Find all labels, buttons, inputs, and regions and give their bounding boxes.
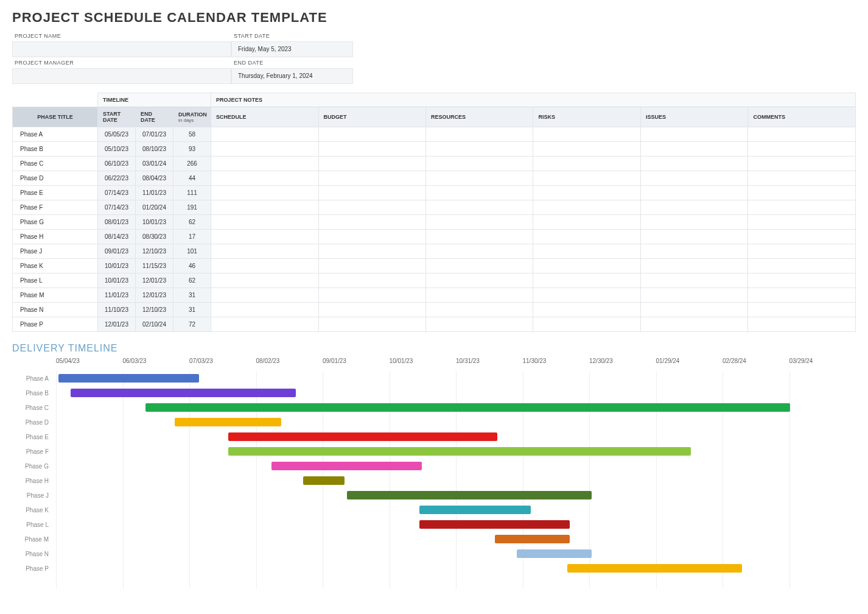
cell-issues[interactable] — [640, 317, 747, 332]
cell-comments[interactable] — [748, 215, 856, 230]
cell-resources[interactable] — [426, 273, 533, 288]
cell-issues[interactable] — [640, 273, 747, 288]
end-date-field[interactable]: Thursday, February 1, 2024 — [231, 68, 353, 84]
cell-end[interactable]: 08/04/23 — [136, 171, 173, 186]
cell-start[interactable]: 11/10/23 — [98, 303, 136, 317]
cell-comments[interactable] — [748, 157, 856, 171]
cell-resources[interactable] — [426, 317, 533, 332]
cell-start[interactable]: 05/10/23 — [98, 142, 136, 157]
cell-end[interactable]: 03/01/24 — [136, 157, 173, 171]
cell-resources[interactable] — [426, 259, 533, 273]
table-row[interactable]: Phase P12/01/2302/10/2472 — [13, 317, 856, 332]
cell-comments[interactable] — [748, 171, 856, 186]
cell-end[interactable]: 11/01/23 — [136, 186, 173, 200]
cell-phase[interactable]: Phase P — [13, 317, 98, 332]
table-row[interactable]: Phase M11/01/2312/01/2331 — [13, 288, 856, 303]
table-row[interactable]: Phase L10/01/2312/01/2362 — [13, 273, 856, 288]
cell-budget[interactable] — [318, 317, 425, 332]
cell-issues[interactable] — [640, 259, 747, 273]
cell-comments[interactable] — [748, 288, 856, 303]
cell-schedule[interactable] — [211, 259, 318, 273]
cell-resources[interactable] — [426, 288, 533, 303]
table-row[interactable]: Phase K10/01/2311/15/2346 — [13, 259, 856, 273]
cell-resources[interactable] — [426, 303, 533, 317]
cell-risks[interactable] — [533, 186, 640, 200]
cell-phase[interactable]: Phase A — [13, 127, 98, 142]
cell-budget[interactable] — [318, 200, 425, 215]
table-row[interactable]: Phase A05/05/2307/01/2358 — [13, 127, 856, 142]
cell-budget[interactable] — [318, 259, 425, 273]
cell-start[interactable]: 10/01/23 — [98, 259, 136, 273]
cell-resources[interactable] — [426, 200, 533, 215]
cell-risks[interactable] — [533, 317, 640, 332]
cell-resources[interactable] — [426, 157, 533, 171]
cell-phase[interactable]: Phase K — [13, 259, 98, 273]
cell-resources[interactable] — [426, 215, 533, 230]
start-date-field[interactable]: Friday, May 5, 2023 — [231, 41, 353, 57]
cell-risks[interactable] — [533, 273, 640, 288]
cell-schedule[interactable] — [211, 317, 318, 332]
cell-duration[interactable]: 62 — [173, 215, 211, 230]
cell-phase[interactable]: Phase D — [13, 171, 98, 186]
cell-phase[interactable]: Phase L — [13, 273, 98, 288]
project-manager-field[interactable] — [12, 68, 231, 84]
cell-duration[interactable]: 31 — [173, 303, 211, 317]
cell-risks[interactable] — [533, 215, 640, 230]
cell-start[interactable]: 10/01/23 — [98, 273, 136, 288]
cell-budget[interactable] — [318, 127, 425, 142]
project-name-field[interactable] — [12, 41, 231, 57]
cell-schedule[interactable] — [211, 200, 318, 215]
cell-risks[interactable] — [533, 230, 640, 244]
cell-end[interactable]: 11/15/23 — [136, 259, 173, 273]
cell-schedule[interactable] — [211, 244, 318, 259]
cell-end[interactable]: 01/20/24 — [136, 200, 173, 215]
cell-schedule[interactable] — [211, 186, 318, 200]
cell-start[interactable]: 12/01/23 — [98, 317, 136, 332]
cell-phase[interactable]: Phase E — [13, 186, 98, 200]
cell-start[interactable]: 11/01/23 — [98, 288, 136, 303]
cell-issues[interactable] — [640, 230, 747, 244]
cell-start[interactable]: 06/10/23 — [98, 157, 136, 171]
cell-comments[interactable] — [748, 142, 856, 157]
cell-budget[interactable] — [318, 273, 425, 288]
table-row[interactable]: Phase C06/10/2303/01/24266 — [13, 157, 856, 171]
cell-issues[interactable] — [640, 244, 747, 259]
cell-comments[interactable] — [748, 127, 856, 142]
cell-schedule[interactable] — [211, 171, 318, 186]
cell-end[interactable]: 10/01/23 — [136, 215, 173, 230]
table-row[interactable]: Phase F07/14/2301/20/24191 — [13, 200, 856, 215]
cell-resources[interactable] — [426, 142, 533, 157]
cell-start[interactable]: 08/01/23 — [98, 215, 136, 230]
cell-issues[interactable] — [640, 171, 747, 186]
cell-duration[interactable]: 62 — [173, 273, 211, 288]
cell-phase[interactable]: Phase J — [13, 244, 98, 259]
cell-duration[interactable]: 31 — [173, 288, 211, 303]
table-row[interactable]: Phase H08/14/2308/30/2317 — [13, 230, 856, 244]
cell-schedule[interactable] — [211, 127, 318, 142]
cell-budget[interactable] — [318, 142, 425, 157]
cell-duration[interactable]: 72 — [173, 317, 211, 332]
cell-issues[interactable] — [640, 157, 747, 171]
cell-comments[interactable] — [748, 273, 856, 288]
cell-duration[interactable]: 46 — [173, 259, 211, 273]
cell-phase[interactable]: Phase G — [13, 215, 98, 230]
cell-end[interactable]: 12/01/23 — [136, 288, 173, 303]
cell-phase[interactable]: Phase H — [13, 230, 98, 244]
cell-duration[interactable]: 101 — [173, 244, 211, 259]
cell-end[interactable]: 12/10/23 — [136, 303, 173, 317]
cell-issues[interactable] — [640, 186, 747, 200]
table-row[interactable]: Phase G08/01/2310/01/2362 — [13, 215, 856, 230]
cell-issues[interactable] — [640, 142, 747, 157]
cell-issues[interactable] — [640, 127, 747, 142]
cell-start[interactable]: 07/14/23 — [98, 200, 136, 215]
cell-comments[interactable] — [748, 200, 856, 215]
cell-comments[interactable] — [748, 230, 856, 244]
cell-budget[interactable] — [318, 186, 425, 200]
cell-risks[interactable] — [533, 200, 640, 215]
cell-end[interactable]: 08/10/23 — [136, 142, 173, 157]
cell-resources[interactable] — [426, 186, 533, 200]
cell-end[interactable]: 08/30/23 — [136, 230, 173, 244]
cell-risks[interactable] — [533, 157, 640, 171]
cell-schedule[interactable] — [211, 273, 318, 288]
cell-comments[interactable] — [748, 186, 856, 200]
